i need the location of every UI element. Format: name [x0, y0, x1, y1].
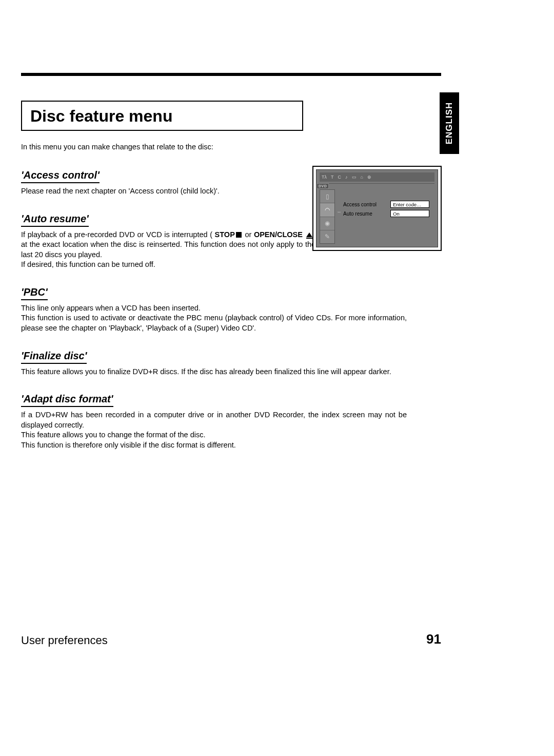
top-icon: ▭ — [352, 175, 357, 180]
remote-icon: ▯ — [320, 190, 334, 203]
top-icon: C — [338, 175, 342, 180]
language-tab-label: ENGLISH — [444, 102, 454, 145]
page-title: Disc feature menu — [30, 107, 294, 126]
osd-row: Auto resume On — [343, 210, 432, 217]
language-tab: ENGLISH — [440, 92, 459, 154]
stop-icon — [236, 232, 242, 238]
body-finalize: This feature allows you to finalize DVD+… — [21, 367, 407, 377]
section-pbc: 'PBC' This line only appears when a VCD … — [21, 286, 407, 334]
top-rule — [21, 73, 441, 76]
top-icon: T — [331, 175, 334, 180]
footer-page-number: 91 — [426, 631, 441, 647]
body-adapt-3: This function is therefore only visible … — [21, 440, 407, 451]
footer-chapter: User preferences — [21, 634, 108, 647]
heading-pbc: 'PBC' — [21, 286, 48, 300]
top-icon: ♪ — [345, 175, 348, 180]
eject-icon — [306, 232, 312, 237]
top-icon: Tλ — [322, 175, 327, 180]
osd-row-value: On — [390, 210, 429, 217]
arrow-icon: ↔ — [337, 209, 342, 215]
osd-row-value: Enter code… — [390, 201, 429, 208]
osd-row-label: Access control — [343, 202, 390, 207]
disc-icon: ◠ — [320, 203, 334, 217]
body-pbc-2: This function is used to activate or dea… — [21, 313, 407, 333]
section-adapt: 'Adapt disc format' If a DVD+RW has been… — [21, 393, 407, 450]
section-finalize: 'Finalize disc' This feature allows you … — [21, 350, 407, 377]
osd-rule — [329, 183, 434, 184]
heading-auto-resume: 'Auto resume' — [21, 213, 89, 227]
title-box: Disc feature menu — [21, 101, 303, 131]
record-icon: ◉ — [320, 217, 334, 230]
top-icon: ⌂ — [361, 175, 363, 180]
osd-inner: Tλ T C ♪ ▭ ⌂ ⊕ DVD ▯ ◠ ◉ ✎ ↔ Access cont… — [316, 169, 438, 247]
body-adapt-1: If a DVD+RW has been recorded in a compu… — [21, 410, 407, 430]
intro-text: In this menu you can make changes that r… — [21, 143, 213, 151]
osd-screenshot: Tλ T C ♪ ▭ ⌂ ⊕ DVD ▯ ◠ ◉ ✎ ↔ Access cont… — [312, 166, 442, 251]
page: ENGLISH Disc feature menu In this menu y… — [0, 0, 554, 756]
heading-access-control: 'Access control' — [21, 169, 100, 183]
body-pbc-1: This line only appears when a VCD has be… — [21, 303, 407, 314]
body-adapt-2: This feature allows you to change the fo… — [21, 430, 407, 440]
osd-sidebar: ▯ ◠ ◉ ✎ — [320, 189, 335, 244]
osd-row-label: Auto resume — [343, 211, 390, 217]
osd-topbar: Tλ T C ♪ ▭ ⌂ ⊕ — [320, 172, 434, 182]
top-icon: ⊕ — [367, 175, 371, 180]
heading-finalize: 'Finalize disc' — [21, 350, 87, 364]
osd-body: Access control Enter code… Auto resume O… — [343, 201, 432, 219]
install-icon: ✎ — [320, 230, 334, 243]
osd-row: Access control Enter code… — [343, 201, 432, 208]
osd-dvd-label: DVD — [316, 183, 329, 189]
body-auto-resume-2: If desired, this function can be turned … — [21, 260, 407, 270]
heading-adapt: 'Adapt disc format' — [21, 393, 113, 407]
